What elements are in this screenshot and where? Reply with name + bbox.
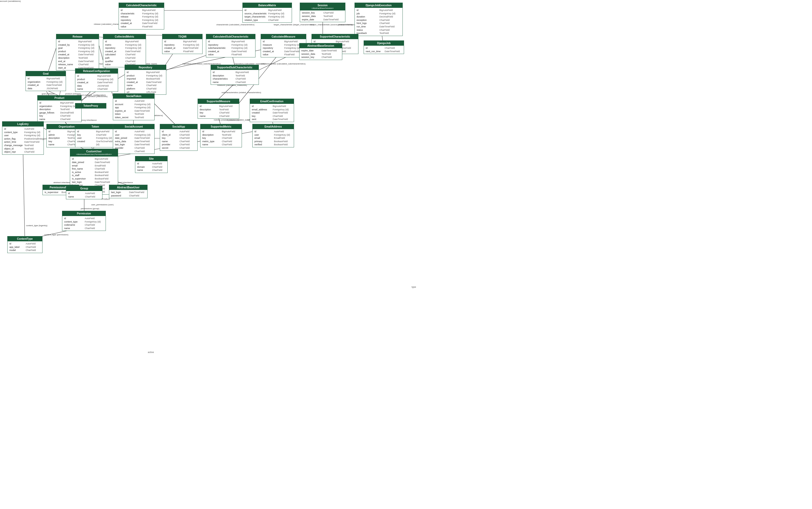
entity-header-Repository: Repository — [125, 65, 166, 70]
label-product-milestones: product (milestones) — [88, 95, 107, 98]
entity-header-CalculatedMeasure: CalculatedMeasure — [261, 34, 306, 39]
entity-header-CustomUser: CustomUser<AbstractBaseUser,PermissionsM… — [70, 149, 118, 157]
entity-TokenProxy: TokenProxy — [75, 103, 106, 108]
entity-header-LogEntry: LogEntry — [2, 122, 43, 127]
entity-header-ContentType: ContentType — [7, 236, 42, 241]
label-type-field: type — [412, 286, 416, 288]
entity-header-SupportedMeasure: SupportedMeasure — [198, 99, 239, 104]
label-product-field: Product — [102, 198, 110, 200]
entity-header-EmailAddress: EmailAddress — [253, 124, 294, 129]
entity-header-DjangoJobExecution: DjangoJobExecution — [355, 3, 403, 8]
entity-header-Session: Session<AbstractBaseSession> — [300, 3, 345, 10]
entity-header-Token: Token — [75, 124, 115, 129]
entity-Release: Release id created_by goal product creat… — [56, 34, 99, 70]
entity-Site: Site id domain name AutoField CharField … — [135, 156, 168, 173]
connections-svg — [0, 0, 812, 509]
entity-header-Group: Group — [66, 186, 102, 191]
entity-DjangoJob: DjangoJob id next_run_time CharField Dat… — [364, 40, 404, 54]
entity-Token: Token id key user created BigAutoField C… — [75, 124, 115, 147]
label-proxy-inherit: proxy inheritance — [81, 119, 97, 121]
label-subchar-related: subcharacteristic (calculated_subcharact… — [261, 63, 305, 65]
entity-header-Permission: Permission — [62, 211, 106, 216]
entity-header-SupportedMetric: SupportedMetric — [200, 124, 242, 129]
entity-header-Product: Product — [38, 96, 81, 100]
entity-header-Release: Release — [56, 34, 99, 39]
entity-header-TSQMI: TSQMI — [162, 34, 202, 39]
entity-header-AbstractBaseUser: AbstractBaseUser — [109, 185, 147, 190]
label-content-logentry: content_type (logentry) — [26, 224, 47, 227]
entity-Permission: Permission id content_type codename name… — [62, 211, 106, 231]
entity-Goal: Goal id organization created_at data Big… — [26, 71, 66, 91]
entity-header-SupportedSubCharacteristic: SupportedSubCharacteristic — [211, 65, 259, 70]
entity-SupportedMetric: SupportedMetric id description key metri… — [200, 124, 242, 147]
label-goal-release: goal (release) — [42, 93, 54, 95]
entity-AbstractBaseUser: AbstractBaseUser last_login password Dat… — [109, 185, 148, 198]
label-account-social: account (socialtokens) — [0, 0, 21, 2]
entity-EmailAddress: EmailAddress id user email primary verif… — [252, 124, 294, 147]
entity-header-BalanceMatrix: BalanceMatrix — [243, 3, 292, 8]
entity-Repository: Repository id product imported created_a… — [124, 65, 166, 95]
entity-Group: Group id name AutoField CharField — [66, 186, 103, 199]
entity-CalculatedSubCharacteristic: CalculatedSubCharacteristic id repositor… — [206, 34, 255, 57]
label-abstract-inherit3: abstract inheritance — [53, 181, 72, 184]
entity-header-EmailConfirmation: EmailConfirmation — [250, 99, 294, 104]
entity-header-CalculatedSubCharacteristic: CalculatedSubCharacteristic — [206, 34, 255, 39]
entity-header-TokenProxy: TokenProxy — [75, 103, 106, 108]
entity-header-SocialApp: SocialApp — [160, 124, 197, 129]
entity-header-SocialToken: SocialToken — [113, 94, 154, 99]
entity-BalanceMatrix: BalanceMatrix id source_characteristic t… — [243, 3, 292, 23]
entity-CollectedMetric: CollectedMetric id metric repository cre… — [103, 34, 146, 67]
label-perms-group: permissions (group) — [81, 207, 99, 210]
entity-ContentType: ContentType id app_label model AutoField… — [7, 236, 42, 253]
label-content-perm: content_type (permission) — [44, 234, 68, 236]
entity-Session: Session<AbstractBaseSession> session_key… — [300, 3, 345, 22]
label-subchar-related2: subcharacteristics (related_characterist… — [222, 91, 261, 94]
diagram-container: release (calculated_characteristics) cha… — [0, 0, 812, 509]
entity-header-Goal: Goal — [26, 71, 66, 76]
entity-SupportedMeasure: SupportedMeasure id description key name… — [197, 99, 239, 119]
label-target-char: target_characteristic (target_characteri… — [274, 24, 315, 26]
entity-Product: Product id organization description gaug… — [37, 95, 82, 122]
svg-line-34 — [23, 148, 25, 237]
entity-EmailConfirmation: EmailConfirmation id email_address creat… — [250, 99, 294, 122]
label-active: active — [148, 351, 154, 353]
entity-AbstractBaseSession: AbstractBaseSession expire_date session_… — [299, 43, 342, 60]
entity-TSQMI: TSQMI id repository created_at value Big… — [162, 34, 202, 54]
entity-DjangoJobExecution: DjangoJobExecution id job duration excep… — [355, 3, 403, 36]
entity-header-ReleaseConfiguration: ReleaseConfiguration — [75, 69, 118, 74]
entity-ReleaseConfiguration: ReleaseConfiguration id product created_… — [75, 68, 118, 92]
entity-header-Site: Site — [135, 156, 168, 161]
entity-SupportedSubCharacteristic: SupportedSubCharacteristic id descriptio… — [211, 65, 259, 85]
entity-header-SocialAccount: SocialAccount — [113, 124, 154, 129]
label-user-perms: user_permissions (user) — [91, 203, 114, 206]
entity-header-CalculatedCharacteristic: CalculatedCharacteristic — [119, 3, 164, 8]
entity-CalculatedCharacteristic: CalculatedCharacteristic id characterist… — [119, 3, 164, 30]
label-abstract-inherit: abstract inheritance — [338, 24, 356, 26]
entity-header-DjangoJob: DjangoJob — [364, 41, 404, 46]
entity-LogEntry: LogEntry id content_type user action_fla… — [2, 121, 44, 155]
entity-SocialAccount: SocialAccount id user date_joined extra_… — [113, 124, 155, 154]
entity-header-CollectedMetric: CollectedMetric — [103, 34, 146, 39]
entity-header-SupportedCharacteristic: SupportedCharacteristic — [312, 34, 358, 39]
entity-SocialApp: SocialApp id client_id key name provider… — [160, 124, 197, 151]
label-char-calc: characteristic (calculated_characteristi… — [216, 24, 254, 26]
entity-SocialToken: SocialToken id account app expires_at to… — [113, 93, 155, 120]
entity-header-AbstractBaseSession: AbstractBaseSession — [299, 43, 342, 48]
